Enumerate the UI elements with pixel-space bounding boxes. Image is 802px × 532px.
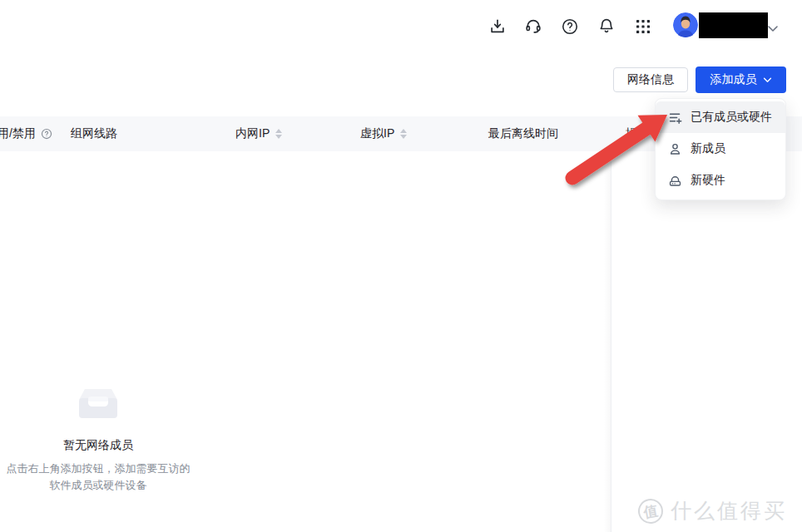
- column-label: 最后离线时间: [488, 126, 558, 141]
- watermark-logo: 值: [636, 496, 666, 525]
- network-info-label: 网络信息: [627, 72, 674, 87]
- fixed-column-divider: [611, 151, 611, 532]
- column-header-network-line: 组网线路: [71, 116, 117, 151]
- avatar[interactable]: [673, 12, 698, 37]
- help-icon[interactable]: [561, 17, 579, 36]
- column-header-last-offline-time: 最后离线时间: [488, 116, 558, 151]
- empty-state: 暂无网络成员 点击右上角添加按钮，添加需要互访的 软件成员或硬件设备: [0, 382, 196, 494]
- column-header-enable-disable: 启用/禁用: [0, 116, 52, 151]
- watermark-text: 什么值得买: [671, 497, 787, 525]
- sort-icon[interactable]: [275, 129, 282, 139]
- network-info-button[interactable]: 网络信息: [613, 67, 688, 92]
- column-header-virtual-ip: 虚拟IP: [360, 116, 407, 151]
- dropdown-item-label: 新成员: [691, 141, 725, 156]
- topbar: [0, 0, 802, 50]
- fixed-column-shadow: [604, 151, 611, 532]
- headset-icon[interactable]: [524, 17, 542, 35]
- column-label: 操作: [626, 126, 649, 141]
- empty-box-icon: [74, 382, 122, 424]
- dropdown-item-existing-member-or-hardware[interactable]: 已有成员或硬件: [656, 101, 785, 133]
- add-member-button[interactable]: 添加成员: [696, 66, 786, 93]
- chevron-down-icon: [763, 77, 772, 83]
- redacted-username: [699, 12, 768, 38]
- column-label: 组网线路: [71, 126, 117, 141]
- dropdown-item-label: 已有成员或硬件: [691, 110, 772, 125]
- chevron-down-icon[interactable]: [767, 21, 779, 28]
- column-header-actions: 操作: [626, 116, 649, 151]
- dropdown-item-new-member[interactable]: 新成员: [656, 133, 785, 165]
- empty-state-hint-line2: 软件成员或硬件设备: [0, 477, 196, 494]
- help-circle-icon[interactable]: [41, 128, 52, 140]
- column-label: 内网IP: [235, 126, 270, 141]
- column-header-lan-ip: 内网IP: [235, 116, 282, 151]
- watermark: 值 什么值得买: [638, 497, 787, 525]
- add-member-label: 添加成员: [710, 72, 757, 87]
- empty-state-hint-line1: 点击右上角添加按钮，添加需要互访的: [0, 461, 196, 477]
- dropdown-item-label: 新硬件: [691, 173, 725, 188]
- download-icon[interactable]: [488, 17, 507, 36]
- add-member-dropdown: 已有成员或硬件 新成员 新硬件: [655, 98, 786, 200]
- router-icon: [668, 174, 682, 188]
- column-label: 虚拟IP: [360, 126, 394, 141]
- sort-icon[interactable]: [400, 129, 407, 139]
- dropdown-item-new-hardware[interactable]: 新硬件: [656, 165, 785, 196]
- empty-state-title: 暂无网络成员: [0, 438, 196, 453]
- playlist-add-icon: [668, 111, 682, 125]
- column-label: 启用/禁用: [0, 126, 36, 141]
- person-icon: [668, 142, 682, 156]
- bell-icon[interactable]: [597, 17, 616, 35]
- apps-grid-icon[interactable]: [635, 18, 651, 35]
- page: 网络信息 添加成员 启用/禁用 组网线路 内网IP 虚: [0, 0, 802, 532]
